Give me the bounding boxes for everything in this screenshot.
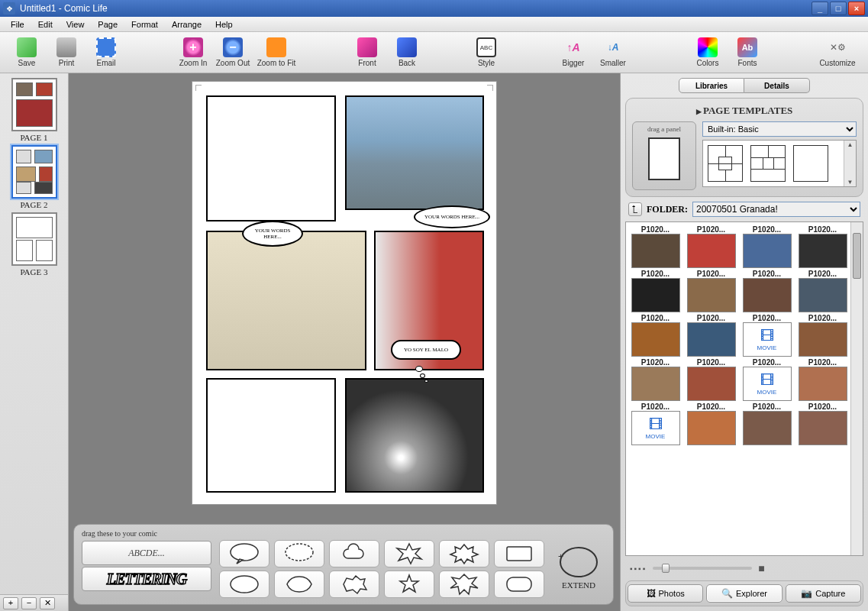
photo-scrollbar[interactable] — [850, 222, 863, 555]
balloon-dashed[interactable] — [274, 540, 324, 567]
svg-rect-4 — [507, 547, 531, 561]
balloon-spiky[interactable] — [439, 540, 489, 567]
menu-file[interactable]: File — [5, 18, 31, 31]
photo-item[interactable]: P1020... — [796, 225, 849, 268]
lettering-element-button[interactable]: LETTERING — [82, 567, 211, 591]
balloon-rect[interactable] — [494, 540, 544, 567]
front-button[interactable]: Front — [348, 34, 386, 71]
source-capture-tab[interactable]: 📷Capture — [786, 584, 861, 603]
photo-item[interactable]: P1020... — [685, 270, 737, 312]
photo-item[interactable]: P1020... — [741, 225, 793, 268]
photo-item[interactable]: P1020... — [629, 225, 682, 268]
tab-details[interactable]: Details — [744, 78, 810, 93]
colors-button[interactable]: Colors — [689, 34, 727, 71]
blank-panel-shape[interactable] — [648, 137, 680, 180]
balloon-oval[interactable] — [219, 540, 269, 567]
speech-bubble[interactable]: YOUR WORDS HERE... — [242, 221, 303, 247]
balloon-cloud[interactable] — [329, 540, 379, 567]
maximize-button[interactable]: □ — [830, 2, 847, 15]
photo-item[interactable]: P1020... — [629, 270, 682, 312]
photo-thumb — [631, 367, 680, 401]
zoom-fit-button[interactable]: Zoom to Fit — [253, 34, 299, 71]
panel[interactable] — [345, 378, 484, 493]
source-explorer-tab[interactable]: 🔍Explorer — [706, 584, 782, 603]
photo-item[interactable]: P1020... — [796, 402, 849, 445]
page-thumb-3[interactable]: PAGE 3 — [9, 212, 60, 276]
template-thumb[interactable] — [750, 145, 786, 182]
photo-item[interactable]: P1020... — [685, 402, 737, 445]
extend-balloon-button[interactable] — [560, 547, 598, 577]
photo-item[interactable]: P1020... — [796, 270, 849, 312]
photo-item[interactable]: P1020... — [741, 402, 793, 445]
template-set-select[interactable]: Built-in: Basic — [702, 121, 857, 137]
thumbnail-size-slider[interactable] — [653, 567, 752, 570]
source-photos-tab[interactable]: 🖼Photos — [628, 584, 703, 603]
photo-item[interactable]: P1020...MOVIE — [629, 402, 682, 445]
email-button[interactable]: Email — [87, 34, 125, 71]
drag-panel-well[interactable]: drag a panel — [632, 121, 696, 190]
photo-item[interactable]: P1020...MOVIE — [741, 314, 793, 357]
photo-item[interactable]: P1020... — [741, 270, 793, 312]
minimize-button[interactable]: _ — [812, 2, 828, 15]
remove-page-button[interactable]: − — [21, 597, 37, 609]
svg-marker-7 — [400, 575, 418, 592]
photo-item[interactable]: P1020... — [796, 314, 849, 357]
panel[interactable] — [345, 95, 484, 210]
menu-edit[interactable]: Edit — [32, 18, 59, 31]
comic-page[interactable]: YOUR WORDS HERE... YOUR WORDS HERE... YO… — [192, 81, 497, 505]
page-thumb-1[interactable]: PAGE 1 — [9, 78, 60, 142]
save-button[interactable]: Save — [8, 34, 46, 71]
text-element-button[interactable]: ABCDE... — [82, 541, 211, 565]
menu-page[interactable]: Page — [92, 18, 124, 31]
folder-select[interactable]: 20070501 Granada! — [692, 202, 860, 217]
style-button[interactable]: Style — [467, 34, 505, 71]
smaller-button[interactable]: Smaller — [594, 34, 632, 71]
photo-filename: P1020... — [687, 270, 736, 278]
balloon-burst[interactable] — [384, 540, 434, 567]
zoom-out-button[interactable]: Zoom Out — [214, 34, 252, 71]
templates-scrollbar[interactable]: ▲▼ — [844, 141, 856, 186]
panel[interactable] — [206, 231, 366, 370]
folder-up-button[interactable]: ⮤ — [628, 202, 642, 216]
panel[interactable] — [206, 378, 336, 493]
close-button[interactable]: × — [848, 2, 865, 15]
source-tabs: 🖼Photos 🔍Explorer 📷Capture — [625, 580, 863, 606]
page-settings-button[interactable]: ✕ — [40, 597, 55, 609]
photo-item[interactable]: P1020...MOVIE — [741, 358, 793, 401]
zoom-in-button[interactable]: Zoom In — [174, 34, 212, 71]
tab-libraries[interactable]: Libraries — [679, 78, 744, 93]
balloon-jagged[interactable] — [329, 571, 379, 598]
balloon-rounded[interactable] — [494, 571, 544, 598]
bigger-button[interactable]: Bigger — [554, 34, 592, 71]
photo-item[interactable]: P1020... — [796, 358, 849, 401]
photo-item[interactable]: P1020... — [685, 358, 737, 401]
photo-item[interactable]: P1020... — [685, 225, 737, 268]
menu-format[interactable]: Format — [125, 18, 164, 31]
photo-item[interactable]: P1020... — [685, 314, 737, 357]
speech-bubble[interactable]: YOUR WORDS HERE... — [414, 205, 490, 228]
photo-filename: P1020... — [687, 225, 736, 234]
photo-item[interactable]: P1020... — [629, 314, 682, 357]
add-page-button[interactable]: + — [3, 597, 18, 609]
canvas-area: YOUR WORDS HERE... YOUR WORDS HERE... YO… — [69, 73, 620, 611]
template-thumb[interactable] — [708, 145, 743, 182]
template-thumb[interactable] — [793, 145, 828, 182]
canvas-viewport[interactable]: YOUR WORDS HERE... YOUR WORDS HERE... YO… — [69, 73, 620, 519]
page-thumb-2[interactable]: PAGE 2 — [9, 145, 60, 209]
photo-item[interactable]: P1020... — [629, 358, 682, 401]
balloon-oval-2[interactable] — [219, 571, 269, 598]
print-button[interactable]: Print — [47, 34, 86, 71]
fonts-button[interactable]: Fonts — [728, 34, 766, 71]
balloon-explode[interactable] — [439, 571, 489, 598]
customize-button[interactable]: Customize — [815, 34, 860, 71]
menu-arrange[interactable]: Arrange — [166, 18, 208, 31]
photo-filename: P1020... — [799, 314, 847, 322]
panel[interactable] — [206, 95, 336, 221]
thought-bubble[interactable]: YO SOY EL MALO — [391, 340, 461, 360]
menu-view[interactable]: View — [60, 18, 91, 31]
balloon-star[interactable] — [384, 571, 434, 598]
balloon-wavy[interactable] — [274, 571, 324, 598]
menu-help[interactable]: Help — [209, 18, 239, 31]
photo-filename: P1020... — [631, 225, 680, 234]
back-button[interactable]: Back — [388, 34, 426, 71]
